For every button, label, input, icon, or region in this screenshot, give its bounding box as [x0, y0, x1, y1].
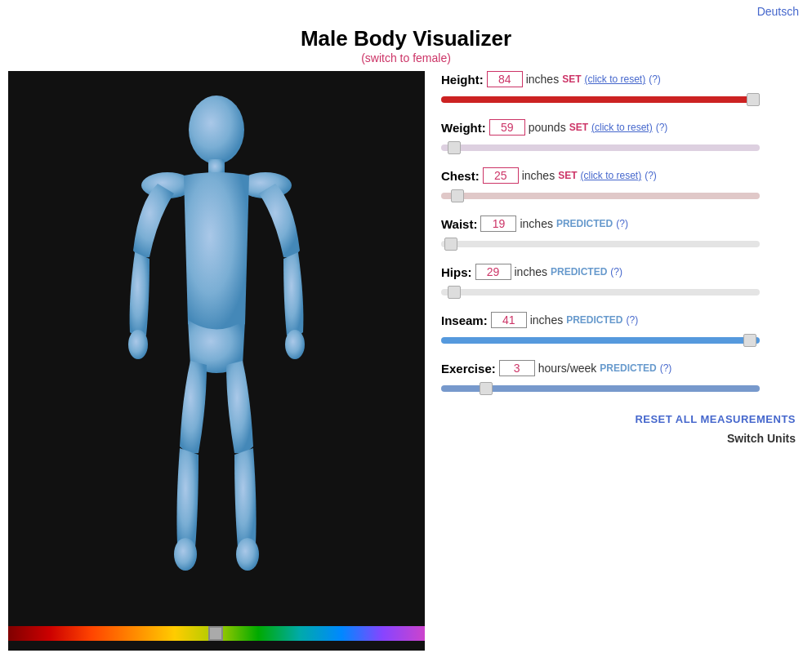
inseam-input[interactable]	[491, 312, 527, 328]
inseam-slider-container[interactable]	[441, 332, 796, 349]
hips-slider-container[interactable]	[441, 284, 796, 300]
exercise-slider-thumb[interactable]	[480, 382, 493, 395]
exercise-help-link[interactable]: (?)	[660, 362, 672, 374]
waist-status: PREDICTED	[556, 218, 613, 229]
height-label: Height:	[441, 73, 484, 87]
measurement-row-weight: Weight: pounds SET (click to reset) (?)	[441, 119, 796, 156]
color-bar-thumb[interactable]	[208, 626, 223, 641]
chest-reset-link[interactable]: (click to reset)	[580, 170, 641, 181]
inseam-unit: inches	[530, 313, 563, 327]
hips-slider-track[interactable]	[441, 289, 760, 296]
waist-unit: inches	[520, 217, 552, 230]
weight-label: Weight:	[441, 121, 486, 135]
height-reset-link[interactable]: (click to reset)	[584, 73, 645, 85]
chest-status: SET	[558, 170, 577, 181]
chest-slider-container[interactable]	[441, 188, 796, 204]
hips-help-link[interactable]: (?)	[610, 266, 622, 278]
hips-label: Hips:	[441, 265, 472, 279]
inseam-status: PREDICTED	[566, 314, 622, 326]
measurement-row-hips: Hips: inches PREDICTED (?)	[441, 264, 796, 300]
chest-help-link[interactable]: (?)	[645, 170, 657, 181]
chest-label: Chest:	[441, 169, 480, 183]
waist-help-link[interactable]: (?)	[616, 218, 628, 229]
weight-slider-track[interactable]	[441, 144, 760, 151]
exercise-status: PREDICTED	[600, 362, 656, 374]
color-bar[interactable]	[8, 626, 425, 641]
hips-input[interactable]	[475, 264, 511, 280]
hips-unit: inches	[515, 265, 547, 278]
reset-all-button[interactable]: RESET ALL MEASUREMENTS	[635, 413, 796, 425]
weight-reset-link[interactable]: (click to reset)	[591, 122, 653, 133]
weight-unit: pounds	[529, 121, 566, 134]
inseam-label: Inseam:	[441, 313, 488, 327]
measurement-row-exercise: Exercise: hours/week PREDICTED (?)	[441, 360, 796, 397]
chest-input[interactable]	[483, 167, 519, 184]
waist-slider-track[interactable]	[441, 241, 760, 247]
weight-input[interactable]	[489, 119, 525, 136]
waist-input[interactable]	[480, 216, 516, 232]
exercise-slider-container[interactable]	[441, 380, 796, 397]
svg-point-6	[174, 538, 197, 571]
hips-status: PREDICTED	[551, 266, 607, 278]
body-visualizer	[8, 71, 425, 651]
chest-slider-thumb[interactable]	[451, 189, 464, 202]
height-slider-thumb[interactable]	[747, 93, 760, 106]
weight-status: SET	[569, 122, 588, 133]
measurement-row-chest: Chest: inches SET (click to reset) (?)	[441, 167, 796, 204]
height-status: SET	[562, 73, 581, 85]
top-bar: Deutsch	[0, 0, 812, 18]
exercise-slider-track[interactable]	[441, 385, 760, 392]
body-figure	[8, 71, 425, 626]
inseam-slider-thumb[interactable]	[743, 334, 756, 347]
page-title: Male Body Visualizer	[0, 26, 812, 51]
height-slider-track[interactable]	[441, 96, 760, 103]
waist-label: Waist:	[441, 217, 477, 231]
hips-slider-thumb[interactable]	[448, 286, 461, 299]
controls-panel: Height: inches SET (click to reset) (?) …	[425, 71, 804, 651]
exercise-label: Exercise:	[441, 362, 496, 375]
exercise-unit: hours/week	[538, 362, 597, 375]
weight-slider-thumb[interactable]	[448, 141, 461, 154]
waist-slider-container[interactable]	[441, 236, 796, 252]
exercise-input[interactable]	[499, 360, 535, 376]
measurement-row-inseam: Inseam: inches PREDICTED (?)	[441, 312, 796, 349]
height-help-link[interactable]: (?)	[649, 73, 661, 85]
svg-point-5	[285, 330, 305, 359]
height-unit: inches	[526, 73, 559, 86]
chest-slider-track[interactable]	[441, 193, 760, 199]
language-link[interactable]: Deutsch	[757, 5, 799, 18]
measurement-row-waist: Waist: inches PREDICTED (?)	[441, 216, 796, 252]
weight-help-link[interactable]: (?)	[656, 122, 668, 133]
page-header: Male Body Visualizer (switch to female)	[0, 18, 812, 71]
weight-slider-container[interactable]	[441, 140, 796, 156]
inseam-slider-track[interactable]	[441, 337, 760, 344]
svg-point-0	[189, 96, 244, 164]
switch-units-button[interactable]: Switch Units	[727, 432, 796, 445]
main-content: Height: inches SET (click to reset) (?) …	[0, 71, 812, 659]
height-slider-container[interactable]	[441, 91, 796, 108]
inseam-help-link[interactable]: (?)	[627, 314, 639, 326]
switch-gender-link[interactable]: (switch to female)	[0, 51, 812, 64]
chest-unit: inches	[522, 169, 555, 182]
svg-point-7	[236, 538, 259, 571]
measurement-row-height: Height: inches SET (click to reset) (?)	[441, 71, 796, 108]
svg-point-4	[128, 330, 148, 359]
bottom-actions: RESET ALL MEASUREMENTS Switch Units	[441, 413, 796, 445]
waist-slider-thumb[interactable]	[444, 238, 457, 251]
height-input[interactable]	[487, 71, 523, 87]
